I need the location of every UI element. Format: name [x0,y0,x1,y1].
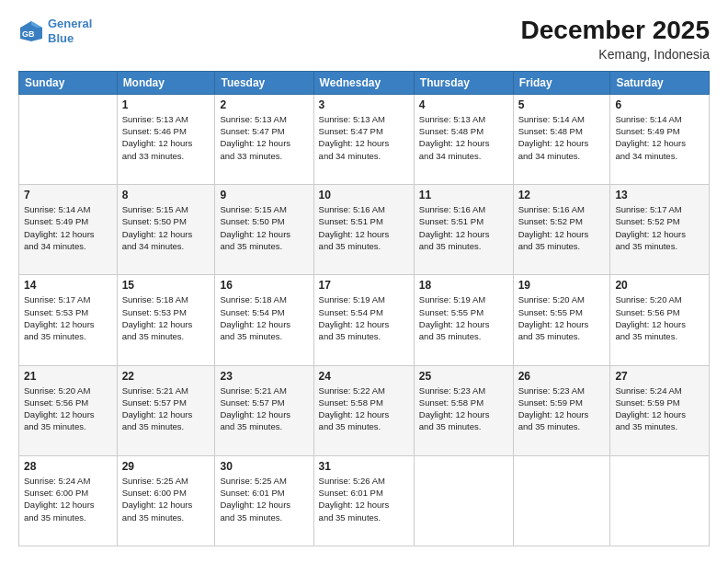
calendar-cell: 26Sunrise: 5:23 AM Sunset: 5:59 PM Dayli… [513,365,610,455]
calendar-cell: 22Sunrise: 5:21 AM Sunset: 5:57 PM Dayli… [117,365,215,455]
day-info: Sunrise: 5:14 AM Sunset: 5:49 PM Dayligh… [24,203,112,252]
calendar-cell [610,455,710,546]
day-info: Sunrise: 5:14 AM Sunset: 5:49 PM Dayligh… [615,113,704,162]
calendar-cell: 23Sunrise: 5:21 AM Sunset: 5:57 PM Dayli… [215,365,313,455]
day-number: 2 [220,98,308,111]
day-number: 29 [122,460,210,473]
day-number: 1 [122,98,210,111]
calendar-cell: 13Sunrise: 5:17 AM Sunset: 5:52 PM Dayli… [610,185,710,275]
day-number: 4 [419,98,508,111]
day-info: Sunrise: 5:21 AM Sunset: 5:57 PM Dayligh… [220,385,308,433]
day-info: Sunrise: 5:19 AM Sunset: 5:55 PM Dayligh… [419,293,508,342]
col-header-monday: Monday [117,71,215,94]
subtitle: Kemang, Indonesia [521,47,710,62]
logo-icon: GB [18,18,44,44]
calendar-cell: 25Sunrise: 5:23 AM Sunset: 5:58 PM Dayli… [414,365,513,455]
calendar-cell: 31Sunrise: 5:26 AM Sunset: 6:01 PM Dayli… [313,455,414,546]
day-number: 31 [319,460,409,473]
day-number: 19 [518,279,606,292]
day-info: Sunrise: 5:25 AM Sunset: 6:00 PM Dayligh… [122,475,210,523]
calendar-cell: 19Sunrise: 5:20 AM Sunset: 5:55 PM Dayli… [513,275,610,365]
day-number: 7 [24,189,112,201]
calendar-cell: 5Sunrise: 5:14 AM Sunset: 5:48 PM Daylig… [513,94,610,184]
calendar-cell: 4Sunrise: 5:13 AM Sunset: 5:48 PM Daylig… [414,94,513,184]
day-info: Sunrise: 5:24 AM Sunset: 6:00 PM Dayligh… [24,475,112,523]
calendar-cell: 16Sunrise: 5:18 AM Sunset: 5:54 PM Dayli… [215,275,313,365]
day-number: 15 [122,279,210,292]
calendar-cell: 10Sunrise: 5:16 AM Sunset: 5:51 PM Dayli… [313,185,414,275]
calendar-cell: 28Sunrise: 5:24 AM Sunset: 6:00 PM Dayli… [19,455,118,546]
week-row-5: 28Sunrise: 5:24 AM Sunset: 6:00 PM Dayli… [19,455,710,546]
calendar-cell: 1Sunrise: 5:13 AM Sunset: 5:46 PM Daylig… [117,94,215,184]
day-number: 25 [419,370,508,383]
calendar-cell [414,455,513,546]
day-info: Sunrise: 5:26 AM Sunset: 6:01 PM Dayligh… [319,475,409,523]
col-header-friday: Friday [513,71,610,94]
calendar-cell: 17Sunrise: 5:19 AM Sunset: 5:54 PM Dayli… [313,275,414,365]
calendar-cell: 8Sunrise: 5:15 AM Sunset: 5:50 PM Daylig… [117,185,215,275]
day-info: Sunrise: 5:15 AM Sunset: 5:50 PM Dayligh… [122,203,210,252]
day-info: Sunrise: 5:14 AM Sunset: 5:48 PM Dayligh… [518,113,606,162]
day-number: 22 [122,370,210,383]
svg-text:GB: GB [22,29,35,39]
day-number: 17 [319,279,409,292]
day-info: Sunrise: 5:25 AM Sunset: 6:01 PM Dayligh… [220,475,308,523]
calendar-cell: 27Sunrise: 5:24 AM Sunset: 5:59 PM Dayli… [610,365,710,455]
day-info: Sunrise: 5:13 AM Sunset: 5:48 PM Dayligh… [419,113,508,162]
day-info: Sunrise: 5:23 AM Sunset: 5:58 PM Dayligh… [419,385,508,433]
logo-line1: General [48,17,92,30]
day-info: Sunrise: 5:13 AM Sunset: 5:46 PM Dayligh… [122,113,210,162]
calendar-cell: 9Sunrise: 5:15 AM Sunset: 5:50 PM Daylig… [215,185,313,275]
day-info: Sunrise: 5:20 AM Sunset: 5:55 PM Dayligh… [518,293,606,342]
day-number: 23 [220,370,308,383]
page: GB General Blue December 2025 Kemang, In… [0,0,728,563]
calendar-cell: 7Sunrise: 5:14 AM Sunset: 5:49 PM Daylig… [19,185,118,275]
day-info: Sunrise: 5:16 AM Sunset: 5:51 PM Dayligh… [319,203,409,252]
day-info: Sunrise: 5:13 AM Sunset: 5:47 PM Dayligh… [319,113,409,162]
day-number: 13 [615,189,704,201]
logo: GB General Blue [18,17,92,45]
col-header-wednesday: Wednesday [313,71,414,94]
week-row-2: 7Sunrise: 5:14 AM Sunset: 5:49 PM Daylig… [19,185,710,275]
day-info: Sunrise: 5:20 AM Sunset: 5:56 PM Dayligh… [615,293,704,342]
title-block: December 2025 Kemang, Indonesia [521,17,710,62]
calendar-cell: 20Sunrise: 5:20 AM Sunset: 5:56 PM Dayli… [610,275,710,365]
col-header-thursday: Thursday [414,71,513,94]
main-title: December 2025 [521,17,710,45]
day-number: 5 [518,98,606,111]
day-info: Sunrise: 5:13 AM Sunset: 5:47 PM Dayligh… [220,113,308,162]
col-header-saturday: Saturday [610,71,710,94]
week-row-4: 21Sunrise: 5:20 AM Sunset: 5:56 PM Dayli… [19,365,710,455]
day-number: 18 [419,279,508,292]
day-info: Sunrise: 5:23 AM Sunset: 5:59 PM Dayligh… [518,385,606,433]
day-number: 20 [615,279,704,292]
day-number: 21 [24,370,112,383]
day-number: 26 [518,370,606,383]
day-info: Sunrise: 5:24 AM Sunset: 5:59 PM Dayligh… [615,385,704,433]
day-number: 9 [220,189,308,201]
calendar-cell: 2Sunrise: 5:13 AM Sunset: 5:47 PM Daylig… [215,94,313,184]
day-info: Sunrise: 5:17 AM Sunset: 5:53 PM Dayligh… [24,293,112,342]
col-header-sunday: Sunday [19,71,118,94]
header: GB General Blue December 2025 Kemang, In… [18,17,710,62]
week-row-1: 1Sunrise: 5:13 AM Sunset: 5:46 PM Daylig… [19,94,710,184]
logo-text: General Blue [48,17,92,45]
calendar-cell: 15Sunrise: 5:18 AM Sunset: 5:53 PM Dayli… [117,275,215,365]
col-header-tuesday: Tuesday [215,71,313,94]
calendar-cell: 6Sunrise: 5:14 AM Sunset: 5:49 PM Daylig… [610,94,710,184]
calendar-cell: 29Sunrise: 5:25 AM Sunset: 6:00 PM Dayli… [117,455,215,546]
calendar-header-row: SundayMondayTuesdayWednesdayThursdayFrid… [19,71,710,94]
day-number: 10 [319,189,409,201]
day-info: Sunrise: 5:17 AM Sunset: 5:52 PM Dayligh… [615,203,704,252]
day-number: 3 [319,98,409,111]
calendar-cell: 3Sunrise: 5:13 AM Sunset: 5:47 PM Daylig… [313,94,414,184]
day-info: Sunrise: 5:16 AM Sunset: 5:52 PM Dayligh… [518,203,606,252]
calendar-cell [19,94,118,184]
calendar-cell: 24Sunrise: 5:22 AM Sunset: 5:58 PM Dayli… [313,365,414,455]
calendar-cell: 12Sunrise: 5:16 AM Sunset: 5:52 PM Dayli… [513,185,610,275]
calendar-cell: 18Sunrise: 5:19 AM Sunset: 5:55 PM Dayli… [414,275,513,365]
day-info: Sunrise: 5:22 AM Sunset: 5:58 PM Dayligh… [319,385,409,433]
day-number: 6 [615,98,704,111]
day-number: 27 [615,370,704,383]
day-number: 30 [220,460,308,473]
